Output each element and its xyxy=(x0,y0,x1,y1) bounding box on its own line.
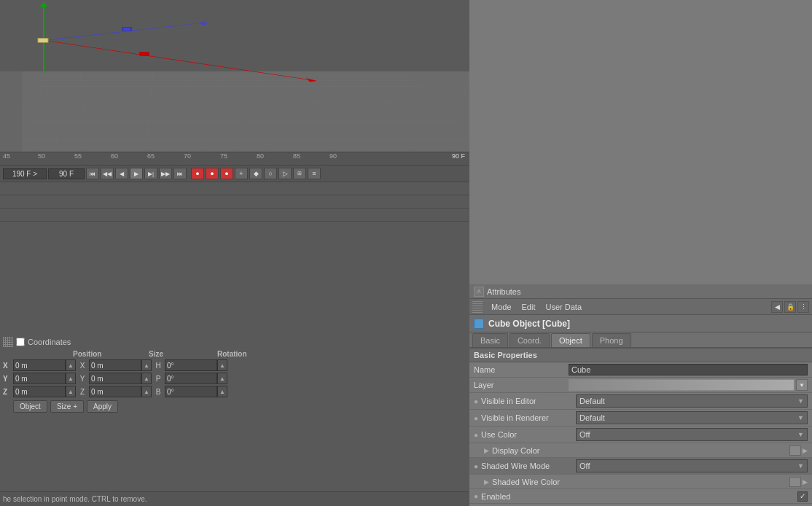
prev-keyframe-button[interactable]: ◀◀ xyxy=(101,168,114,179)
tab-coord[interactable]: Coord. xyxy=(510,333,550,347)
go-to-start-button[interactable]: ⏮ xyxy=(86,168,99,179)
prop-shaded-wire-label: Shaded Wire Mode xyxy=(481,462,576,470)
preview-button[interactable]: ▷ xyxy=(278,168,292,179)
prop-visible-editor-dropdown[interactable]: Default ▼ xyxy=(576,394,808,408)
frame-display-right[interactable]: 90 F xyxy=(48,168,85,179)
apply-button[interactable]: Apply xyxy=(87,400,118,413)
prop-visible-editor-row: ● Visible in Editor Default ▼ xyxy=(469,393,812,410)
attributes-title: Attributes xyxy=(487,287,520,296)
ruler-num-45: 45 xyxy=(3,152,10,160)
menu-mode[interactable]: Mode xyxy=(487,301,516,313)
shaded-wire-color-expand[interactable]: ▶ xyxy=(803,478,808,486)
ruler-num-90: 90 xyxy=(329,152,337,160)
object-cube-icon xyxy=(474,319,484,329)
frame-display-left[interactable]: 190 F > xyxy=(3,168,47,179)
size-z-arrow[interactable]: ▲ xyxy=(141,386,152,397)
menu-user-data[interactable]: User Data xyxy=(542,301,587,313)
timeline-ruler: 45 50 55 60 65 70 75 80 85 90 90 F xyxy=(0,152,469,165)
menu-collapse-icon[interactable]: ◀ xyxy=(771,301,783,313)
ruler-num-55: 55 xyxy=(74,152,82,160)
go-to-end-button[interactable]: ⏭ xyxy=(173,168,187,179)
prop-shaded-wire-color-swatch[interactable] xyxy=(789,477,801,487)
ruler-num-50: 50 xyxy=(38,152,45,160)
coord-row-z: Z ▲ Z ▲ B ▲ xyxy=(3,386,466,397)
tab-phong[interactable]: Phong xyxy=(592,333,631,347)
prop-layer-value[interactable] xyxy=(569,379,795,391)
object-button[interactable]: Object xyxy=(13,400,47,413)
coord-row-x: X ▲ X ▲ H ▲ xyxy=(3,359,466,371)
size-y-input[interactable] xyxy=(89,373,141,384)
size-y-axis-label: Y xyxy=(76,375,89,383)
next-frame-button[interactable]: ▶| xyxy=(144,168,157,179)
coord-header: Coordinates xyxy=(3,337,466,347)
prop-layer-arrow[interactable]: ▼ xyxy=(796,379,808,391)
rot-h-arrow[interactable]: ▲ xyxy=(217,359,227,371)
rot-b-arrow[interactable]: ▲ xyxy=(217,386,227,397)
tab-basic[interactable]: Basic xyxy=(472,333,508,347)
prev-frame-button[interactable]: ◀ xyxy=(115,168,128,179)
prop-visible-renderer-dropdown[interactable]: Default ▼ xyxy=(576,411,808,424)
ruler-num-65: 65 xyxy=(147,152,155,160)
grid-button[interactable]: ⊞ xyxy=(293,168,306,179)
menu-dots-icon[interactable]: ⋮ xyxy=(797,301,809,313)
axis-y-label: Y xyxy=(3,375,13,383)
attributes-icon: A xyxy=(474,287,484,297)
ruler-num-60: 60 xyxy=(111,152,118,160)
prop-display-color-row: ▶ Display Color ▶ xyxy=(469,443,812,458)
pos-x-arrow[interactable]: ▲ xyxy=(66,359,76,371)
size-x-axis-label: X xyxy=(76,362,89,370)
prop-name-input[interactable] xyxy=(569,364,808,375)
size-x-arrow[interactable]: ▲ xyxy=(141,359,152,371)
size-x-input[interactable] xyxy=(89,359,141,371)
prop-display-color-swatch[interactable] xyxy=(789,445,801,456)
pos-y-arrow[interactable]: ▲ xyxy=(66,373,76,384)
menu-icons: ◀ 🔒 ⋮ xyxy=(771,301,809,313)
use-color-bullet: ● xyxy=(474,431,478,439)
next-keyframe-button[interactable]: ▶▶ xyxy=(159,168,172,179)
svg-rect-45 xyxy=(122,27,131,31)
size-z-input[interactable] xyxy=(89,386,141,397)
prop-name-label: Name xyxy=(474,365,569,374)
motion-clip-button[interactable]: ◆ xyxy=(249,168,262,179)
pos-z-arrow[interactable]: ▲ xyxy=(66,386,76,397)
menu-edit[interactable]: Edit xyxy=(518,301,540,313)
prop-shaded-wire-dropdown[interactable]: Off ▼ xyxy=(576,459,808,472)
options-button[interactable]: ≡ xyxy=(308,168,321,179)
prop-use-color-dropdown[interactable]: Off ▼ xyxy=(576,428,808,441)
record-motion-button[interactable]: ● xyxy=(206,168,219,179)
play-button[interactable]: ▶ xyxy=(130,168,143,179)
prop-use-color-row: ● Use Color Off ▼ xyxy=(469,427,812,443)
visible-renderer-dropdown-arrow: ▼ xyxy=(797,414,804,421)
tab-object[interactable]: Object xyxy=(551,333,590,347)
record-button[interactable]: ● xyxy=(191,168,204,179)
pos-x-input[interactable] xyxy=(13,359,66,371)
size-header: Size xyxy=(149,350,207,358)
pos-y-input[interactable] xyxy=(13,373,66,384)
prop-enabled-checkbox[interactable]: ✓ xyxy=(797,491,808,502)
viewport-grid xyxy=(0,0,469,152)
pos-z-input[interactable] xyxy=(13,386,66,397)
visible-editor-dropdown-arrow: ▼ xyxy=(797,397,804,405)
rot-p-arrow[interactable]: ▲ xyxy=(217,373,227,384)
coord-checkbox[interactable] xyxy=(16,338,25,346)
coord-drag-handle xyxy=(3,337,13,347)
timeline-tracks[interactable] xyxy=(0,182,469,334)
add-key-button[interactable]: + xyxy=(235,168,248,179)
rot-b-input[interactable] xyxy=(165,386,217,397)
playback-bar: 190 F > 90 F ⏮ ◀◀ ◀ ▶ ▶| ▶▶ ⏭ ● ● ● + ◆ … xyxy=(0,165,469,182)
render-button[interactable]: ○ xyxy=(264,168,277,179)
svg-rect-44 xyxy=(38,38,48,42)
size-z-axis-label: Z xyxy=(76,388,89,396)
svg-rect-37 xyxy=(0,0,22,152)
prop-shaded-wire-color-row: ▶ Shaded Wire Color ▶ xyxy=(469,475,812,489)
3d-viewport[interactable] xyxy=(0,0,469,152)
size-plus-button[interactable]: Size + xyxy=(50,400,84,413)
attributes-title-bar: A Attributes xyxy=(469,284,812,299)
menu-lock-icon[interactable]: 🔒 xyxy=(784,301,796,313)
size-y-arrow[interactable]: ▲ xyxy=(141,373,152,384)
rot-h-input[interactable] xyxy=(165,359,217,371)
record-sel-button[interactable]: ● xyxy=(220,168,233,179)
display-color-expand[interactable]: ▶ xyxy=(803,447,808,454)
shaded-wire-bullet: ● xyxy=(474,462,478,470)
rot-p-input[interactable] xyxy=(165,373,217,384)
